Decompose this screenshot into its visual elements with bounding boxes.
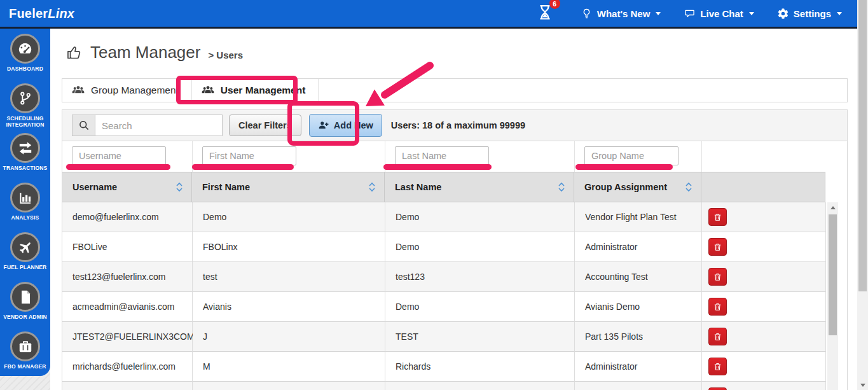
table-scrollbar-thumb[interactable]: [829, 214, 837, 335]
delete-user-button[interactable]: [708, 238, 727, 256]
sidebar-item-fbo-manager[interactable]: FBO MANAGER: [0, 331, 50, 381]
page-scrollbar[interactable]: [857, 0, 868, 390]
sidebar-item-analysis[interactable]: ANALYSIS: [0, 183, 50, 232]
scroll-down-arrow[interactable]: [860, 384, 865, 387]
sidebar-item-transactions[interactable]: TRANSACTIONS: [0, 133, 50, 183]
table-row: FBOLive FBOLinx Demo Administrator: [62, 232, 826, 262]
cell-first-name: Avianis: [193, 292, 385, 322]
cell-first-name: FBOLinx: [193, 232, 385, 262]
sidebar-item-label: FUEL PLANNER: [3, 264, 48, 270]
users-count-text: Users: 18 of a maximum 99999: [391, 120, 525, 130]
sort-icon[interactable]: [685, 182, 692, 192]
sort-icon[interactable]: [176, 182, 183, 192]
column-label: Username: [72, 182, 117, 192]
live-chat-menu[interactable]: Live Chat: [684, 8, 754, 20]
sidebar-item-vendor-admin[interactable]: VENDOR ADMIN: [0, 282, 50, 331]
delete-user-button[interactable]: [708, 328, 727, 345]
briefcase-icon: [10, 331, 40, 361]
page-header: Team Manager > Users: [65, 43, 243, 62]
column-header-username[interactable]: Username: [62, 172, 192, 202]
cell-actions: [702, 322, 826, 352]
table-scrollbar[interactable]: [827, 202, 838, 390]
whats-new-label: What's New: [597, 8, 651, 19]
cell-first-name: test: [193, 262, 385, 292]
add-new-button[interactable]: Add New: [309, 114, 382, 137]
group-name-filter-input[interactable]: [584, 146, 679, 165]
sidebar-item-fuel-planner[interactable]: FUEL PLANNER: [0, 232, 50, 282]
cell-actions: [702, 262, 826, 292]
whats-new-menu[interactable]: What's New: [581, 8, 661, 20]
last-name-filter-input[interactable]: [395, 146, 489, 165]
fuelerlinx-logo[interactable]: FuelerLinx: [9, 6, 74, 21]
toolbar: Clear Filters Add New Users: 18 of a max…: [62, 109, 848, 141]
cell-actions: [702, 202, 826, 232]
cell-group: Vendor Flight Plan Test: [575, 202, 702, 232]
cell-group: Part 135 Pilots: [575, 322, 702, 352]
logo-text-italic: Linx: [48, 6, 74, 20]
table-row: mrichards@fuelerlinx.com M Richards Admi…: [62, 352, 826, 382]
delete-user-button[interactable]: [708, 358, 727, 375]
table-row: acmeadmin@avianis.com Avianis Demo Avian…: [62, 292, 826, 322]
trash-icon: [713, 242, 722, 252]
filter-cell: [385, 141, 575, 172]
table-header-row: Username First Name Last Name Group Assi…: [62, 172, 826, 202]
gauge-icon: [10, 34, 40, 64]
cell-actions: [702, 292, 826, 322]
column-header-group-assignment[interactable]: Group Assignment: [574, 172, 701, 202]
bar-chart-icon: [10, 183, 40, 212]
clear-filters-button[interactable]: Clear Filters: [229, 115, 301, 136]
filter-cell: [575, 141, 702, 172]
sort-icon[interactable]: [558, 182, 565, 192]
cell-username: demo@fuelerlinx.com: [62, 202, 193, 232]
sidebar-item-scheduling-integration[interactable]: SCHEDULING INTEGRATION: [0, 83, 50, 133]
scroll-up-arrow[interactable]: [830, 206, 836, 209]
sidebar-item-dashboard[interactable]: DASHBOARD: [0, 34, 50, 83]
cell-group: Accounting Test: [575, 262, 702, 292]
gear-icon: [777, 8, 789, 20]
delete-user-button[interactable]: [708, 298, 727, 316]
delete-user-button[interactable]: [708, 208, 727, 226]
lightbulb-icon: [581, 8, 593, 20]
sidebar-item-label: TRANSACTIONS: [2, 165, 49, 171]
cell-first-name: [193, 382, 385, 390]
cell-last-name: Demo: [385, 292, 575, 322]
cell-username: test123@fuelerlinx.com: [62, 262, 193, 292]
column-header-first-name[interactable]: First Name: [192, 172, 385, 202]
username-filter-input[interactable]: [72, 146, 166, 165]
cell-last-name: Demo: [385, 202, 575, 232]
cell-actions: [702, 352, 826, 382]
settings-menu[interactable]: Settings: [777, 8, 842, 20]
table-row: demo@fuelerlinx.com Demo Demo Vendor Fli…: [62, 202, 826, 232]
sidebar-item-label: VENDOR ADMIN: [2, 314, 48, 320]
add-new-label: Add New: [334, 120, 373, 130]
delete-user-button[interactable]: [708, 268, 727, 286]
chevron-down-icon: [656, 12, 661, 15]
chevron-down-icon: [749, 12, 754, 15]
topbar-menu-group: 6 What's New Live Chat: [536, 3, 848, 24]
delete-user-button[interactable]: [708, 387, 727, 390]
first-name-filter-input[interactable]: [202, 146, 296, 165]
page-scrollbar-thumb[interactable]: [858, 0, 867, 291]
column-header-last-name[interactable]: Last Name: [385, 172, 574, 202]
sort-icon[interactable]: [368, 182, 376, 192]
tab-user-management[interactable]: User Management: [192, 79, 319, 102]
search-addon: [72, 115, 95, 136]
cell-group: [575, 382, 702, 390]
notifications-button[interactable]: 6: [536, 3, 558, 24]
sidebar-item-label: FBO MANAGER: [3, 363, 47, 370]
chevron-down-icon: [837, 12, 842, 15]
search-input[interactable]: [95, 115, 223, 136]
settings-label: Settings: [794, 8, 831, 19]
cell-actions: [702, 382, 826, 390]
document-icon: [10, 282, 40, 312]
airplane-icon: [10, 232, 40, 262]
filter-cell: [62, 141, 193, 172]
main-content: Team Manager > Users Group Management: [50, 29, 857, 390]
logo-text: Fueler: [9, 6, 48, 20]
tab-group-management[interactable]: Group Management: [62, 79, 192, 102]
users-table: Username First Name Last Name Group Assi…: [62, 141, 848, 390]
sidebar-navigation: DASHBOARD SCHEDULING INTEGRATION TRANSAC…: [0, 29, 50, 376]
filter-row: [62, 141, 847, 172]
cell-first-name: Demo: [193, 202, 385, 232]
top-navigation-bar: FuelerLinx 6 What's New: [0, 0, 857, 29]
